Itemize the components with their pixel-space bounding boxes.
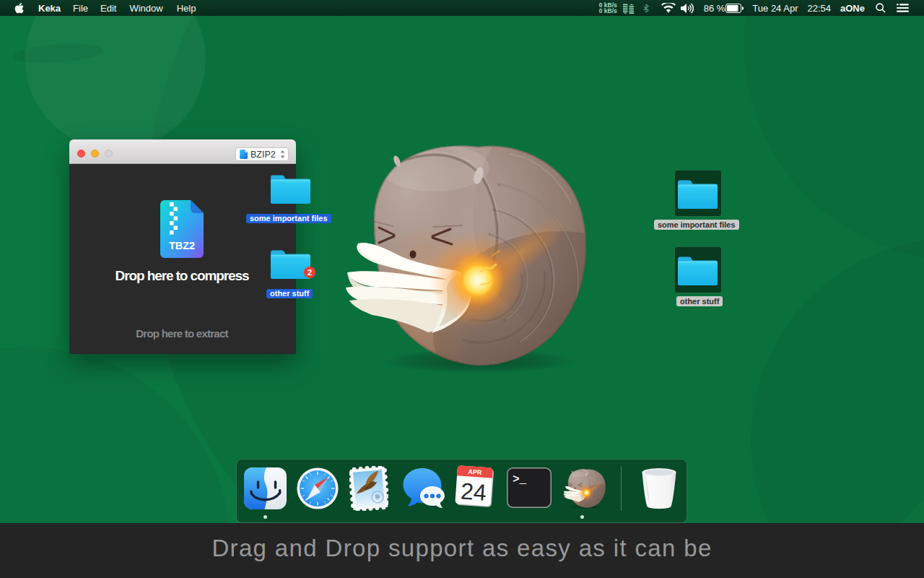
svg-text:APR: APR xyxy=(468,468,482,476)
svg-text:TBZ2: TBZ2 xyxy=(169,240,195,251)
svg-text:24: 24 xyxy=(460,478,487,506)
svg-text:>_: >_ xyxy=(513,473,527,486)
